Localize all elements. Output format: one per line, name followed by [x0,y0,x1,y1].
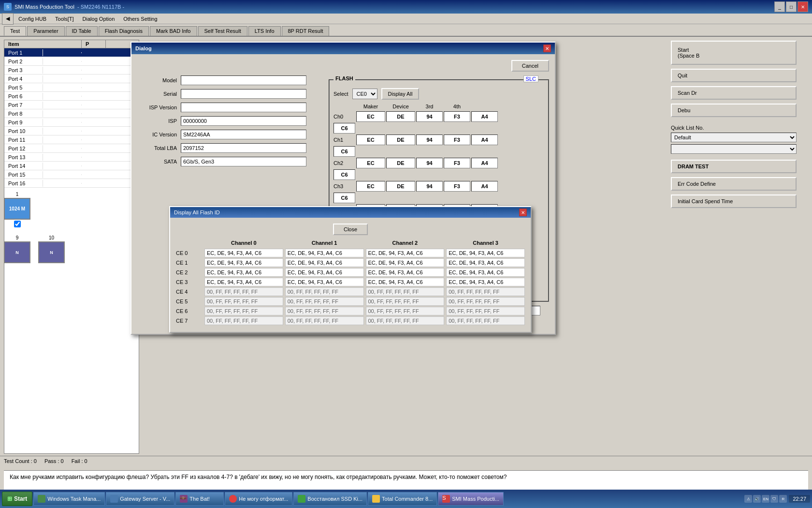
ce-label: CE 6 [176,307,203,315]
cancel-button[interactable]: Cancel [511,60,549,72]
ce-label: CE 2 [176,268,203,277]
model-input[interactable] [181,75,306,85]
total-lba-input[interactable] [181,143,306,153]
col-4th: 4th [444,104,470,109]
thumb-1-checkbox[interactable] [14,221,21,227]
display-all-button[interactable]: Display All [381,88,420,100]
tab-test[interactable]: Test [4,26,26,36]
menu-others-setting[interactable]: Others Setting [119,15,161,23]
serial-input[interactable] [181,89,306,99]
menu-tools[interactable]: Tools[T] [51,15,78,23]
maximize-button[interactable]: □ [786,1,797,12]
port-row[interactable]: Port 13 [4,153,139,162]
flash-cell[interactable]: DE [386,111,415,122]
flash-cell[interactable]: 94 [416,158,443,168]
ce-select[interactable]: CE0 CE1 CE2 CE3 [352,89,377,99]
taskbar-chrome[interactable]: Не могу отформат... [225,492,292,506]
flash-cell[interactable]: 94 [416,181,443,192]
flash-cell[interactable]: F3 [444,134,470,145]
taskbar-total-commander[interactable]: Total Commander 8... [368,492,437,506]
pass-count: Pass : 0 [44,458,64,464]
port-row[interactable]: Port 1 [4,48,139,57]
port-row[interactable]: Port 14 [4,162,139,170]
isp-version-input[interactable] [181,103,306,112]
flash-cell[interactable]: DE [386,181,415,192]
start-menu-button[interactable]: ⊞ Start [2,492,32,506]
flash-cell[interactable]: A4 [471,134,498,145]
port-row[interactable]: Port 12 [4,144,139,153]
ce-value-cell: EC, DE, 94, F3, A4, C6 [366,278,445,286]
taskbar-bat[interactable]: 🦇 The Bat! [175,492,224,506]
minimize-button[interactable]: _ [774,1,785,12]
flash-cell[interactable]: 94 [416,111,443,122]
flash-cell[interactable]: EC [356,181,385,192]
flash-cell[interactable]: F3 [444,158,470,168]
nav-back-button[interactable]: ◀ [2,13,14,25]
taskbar-gateway[interactable]: Gateway Server - V... [106,492,174,506]
flash-cell[interactable]: A4 [471,181,498,192]
dialog-close-btn[interactable]: ✕ [543,45,551,52]
taskbar-smi[interactable]: S SMI Mass Poducti... [438,492,504,506]
thumbnail-area: 1 1024 M [4,192,30,227]
tab-lts-info[interactable]: LTS Info [248,26,281,36]
err-code-button[interactable]: Err Code Define [671,177,797,191]
flash-row: Ch3ECDE94F3A4C6 [334,181,544,203]
port-row[interactable]: Port 11 [4,135,139,144]
port-row[interactable]: Port 3 [4,66,139,75]
quick-list-select[interactable]: Default [671,133,797,142]
flash-cell[interactable]: C6 [334,123,355,134]
debug-button[interactable]: Debu [671,104,797,117]
flash-cell[interactable]: C6 [334,146,355,157]
taskbar-task-manager[interactable]: Windows Task Mana... [33,492,105,506]
channel-1-header: Channel 1 [285,239,364,247]
ce-value-cell: 00, FF, FF, FF, FF, FF [285,307,364,315]
isp-input[interactable] [181,116,306,126]
tab-self-test[interactable]: Self Test Result [198,26,247,36]
close-button[interactable]: ✕ [798,1,808,12]
menu-dialog-option[interactable]: Dialog Option [79,15,119,23]
flash-cell[interactable]: F3 [444,111,470,122]
tab-id-table[interactable]: ID Table [66,26,98,36]
port-row[interactable]: Port 15 [4,170,139,179]
tray-alert: ⚠ [744,495,752,503]
flash-cell[interactable]: C6 [334,169,355,180]
flash-cell[interactable]: 94 [416,134,443,145]
port-row[interactable]: Port 8 [4,109,139,118]
port-row[interactable]: Port 6 [4,92,139,101]
ce-row: CE 3EC, DE, 94, F3, A4, C6EC, DE, 94, F3… [176,278,525,286]
scan-button[interactable]: Scan Dr [671,86,797,100]
initial-card-button[interactable]: Initial Card Spend Time [671,194,797,208]
flash-cell[interactable]: EC [356,134,385,145]
flash-cell[interactable]: F3 [444,181,470,192]
ic-version-input[interactable] [181,130,306,139]
taskbar-recovery[interactable]: Восстановил SSD Ki... [293,492,367,506]
flash-cell[interactable]: DE [386,134,415,145]
title-bar: S SMI Mass Poduction Tool - SM2246 N1117… [0,0,812,14]
task-manager-icon [38,495,45,503]
port-row[interactable]: Port 10 [4,127,139,135]
flash-cell[interactable]: C6 [334,193,355,203]
port-row[interactable]: Port 4 [4,75,139,83]
flash-id-close-button[interactable]: Close [333,224,368,235]
quick-list-select-2[interactable] [671,144,797,154]
tab-8p-rdt[interactable]: 8P RDT Result [282,26,330,36]
flash-cell[interactable]: A4 [471,111,498,122]
flash-cell[interactable]: DE [386,158,415,168]
tab-flash-diagnosis[interactable]: Flash Diagnosis [99,26,149,36]
tab-parameter[interactable]: Parameter [27,26,64,36]
start-button[interactable]: Start(Space B [671,41,797,65]
dram-test-button[interactable]: DRAM TEST [671,160,797,173]
port-row[interactable]: Port 7 [4,101,139,109]
port-row[interactable]: Port 16 [4,179,139,188]
flash-cell[interactable]: EC [356,158,385,168]
flash-id-close-btn[interactable]: ✕ [519,209,527,216]
flash-cell[interactable]: EC [356,111,385,122]
port-row[interactable]: Port 2 [4,57,139,66]
tab-mark-bad-info[interactable]: Mark BAD Info [150,26,197,36]
sata-input[interactable] [181,157,306,166]
port-row[interactable]: Port 5 [4,83,139,92]
port-row[interactable]: Port 9 [4,118,139,127]
menu-config-hub[interactable]: Config HUB [14,15,50,23]
flash-cell[interactable]: A4 [471,158,498,168]
quit-button[interactable]: Quit [671,69,797,82]
